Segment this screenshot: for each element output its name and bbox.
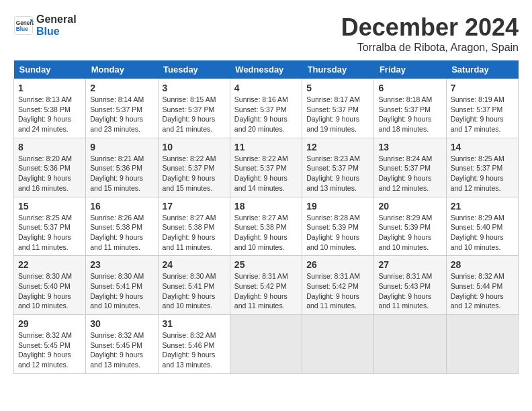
day-info: Sunrise: 8:31 AMSunset: 5:42 PMDaylight:… bbox=[234, 271, 298, 311]
day-number: 9 bbox=[90, 142, 153, 152]
table-cell: 14Sunrise: 8:25 AMSunset: 5:37 PMDayligh… bbox=[446, 138, 518, 197]
table-cell bbox=[302, 315, 374, 374]
day-info: Sunrise: 8:29 AMSunset: 5:39 PMDaylight:… bbox=[378, 213, 441, 253]
day-info: Sunrise: 8:32 AMSunset: 5:45 PMDaylight:… bbox=[18, 330, 81, 370]
table-cell: 7Sunrise: 8:19 AMSunset: 5:37 PMDaylight… bbox=[446, 79, 518, 138]
table-cell: 6Sunrise: 8:18 AMSunset: 5:37 PMDaylight… bbox=[374, 79, 446, 138]
table-cell: 9Sunrise: 8:21 AMSunset: 5:36 PMDaylight… bbox=[86, 138, 158, 197]
table-cell: 1Sunrise: 8:13 AMSunset: 5:38 PMDaylight… bbox=[14, 79, 86, 138]
month-title: December 2024 bbox=[341, 13, 519, 42]
svg-text:Blue: Blue bbox=[16, 26, 28, 32]
day-number: 23 bbox=[90, 259, 153, 270]
day-info: Sunrise: 8:31 AMSunset: 5:42 PMDaylight:… bbox=[306, 271, 369, 311]
logo-icon: General Blue bbox=[13, 15, 34, 36]
col-friday: Friday bbox=[374, 60, 446, 79]
title-area: December 2024 Torralba de Ribota, Aragon… bbox=[341, 13, 519, 54]
day-number: 4 bbox=[234, 83, 298, 93]
table-cell bbox=[230, 315, 302, 374]
table-cell: 31Sunrise: 8:32 AMSunset: 5:46 PMDayligh… bbox=[158, 315, 230, 374]
day-number: 31 bbox=[163, 318, 226, 329]
day-number: 24 bbox=[163, 259, 226, 270]
day-info: Sunrise: 8:17 AMSunset: 5:37 PMDaylight:… bbox=[306, 95, 369, 134]
day-info: Sunrise: 8:15 AMSunset: 5:37 PMDaylight:… bbox=[163, 95, 226, 134]
day-info: Sunrise: 8:30 AMSunset: 5:40 PMDaylight:… bbox=[18, 271, 81, 311]
day-info: Sunrise: 8:20 AMSunset: 5:36 PMDaylight:… bbox=[18, 154, 81, 193]
col-tuesday: Tuesday bbox=[158, 60, 230, 79]
location-title: Torralba de Ribota, Aragon, Spain bbox=[341, 42, 519, 54]
table-cell: 3Sunrise: 8:15 AMSunset: 5:37 PMDaylight… bbox=[158, 79, 230, 138]
table-cell: 11Sunrise: 8:22 AMSunset: 5:37 PMDayligh… bbox=[230, 138, 302, 197]
col-wednesday: Wednesday bbox=[230, 60, 302, 79]
table-cell: 17Sunrise: 8:27 AMSunset: 5:38 PMDayligh… bbox=[158, 197, 230, 256]
day-info: Sunrise: 8:22 AMSunset: 5:37 PMDaylight:… bbox=[163, 154, 226, 193]
table-cell: 20Sunrise: 8:29 AMSunset: 5:39 PMDayligh… bbox=[374, 197, 446, 256]
header-row: Sunday Monday Tuesday Wednesday Thursday… bbox=[14, 60, 519, 79]
day-number: 26 bbox=[306, 259, 369, 270]
table-cell: 12Sunrise: 8:23 AMSunset: 5:37 PMDayligh… bbox=[302, 138, 374, 197]
table-cell: 2Sunrise: 8:14 AMSunset: 5:37 PMDaylight… bbox=[86, 79, 158, 138]
day-number: 25 bbox=[234, 259, 298, 270]
day-info: Sunrise: 8:29 AMSunset: 5:40 PMDaylight:… bbox=[451, 213, 514, 253]
table-cell: 18Sunrise: 8:27 AMSunset: 5:38 PMDayligh… bbox=[230, 197, 302, 256]
day-info: Sunrise: 8:14 AMSunset: 5:37 PMDaylight:… bbox=[90, 95, 153, 134]
day-number: 2 bbox=[90, 83, 153, 93]
day-info: Sunrise: 8:27 AMSunset: 5:38 PMDaylight:… bbox=[163, 213, 226, 253]
day-number: 16 bbox=[90, 201, 153, 212]
day-info: Sunrise: 8:23 AMSunset: 5:37 PMDaylight:… bbox=[306, 154, 369, 193]
calendar-table: Sunday Monday Tuesday Wednesday Thursday… bbox=[13, 60, 519, 374]
table-cell bbox=[374, 315, 446, 374]
day-number: 1 bbox=[18, 83, 81, 93]
day-info: Sunrise: 8:22 AMSunset: 5:37 PMDaylight:… bbox=[234, 154, 298, 193]
day-number: 30 bbox=[90, 318, 153, 329]
day-number: 19 bbox=[306, 201, 369, 212]
table-cell: 13Sunrise: 8:24 AMSunset: 5:37 PMDayligh… bbox=[374, 138, 446, 197]
day-info: Sunrise: 8:31 AMSunset: 5:43 PMDaylight:… bbox=[378, 271, 441, 311]
day-number: 13 bbox=[378, 142, 441, 152]
logo: General Blue GeneralBlue bbox=[13, 13, 77, 38]
table-cell: 15Sunrise: 8:25 AMSunset: 5:37 PMDayligh… bbox=[14, 197, 86, 256]
day-number: 21 bbox=[451, 201, 514, 212]
day-info: Sunrise: 8:30 AMSunset: 5:41 PMDaylight:… bbox=[90, 271, 153, 311]
table-cell: 16Sunrise: 8:26 AMSunset: 5:38 PMDayligh… bbox=[86, 197, 158, 256]
day-info: Sunrise: 8:24 AMSunset: 5:37 PMDaylight:… bbox=[378, 154, 441, 193]
day-number: 11 bbox=[234, 142, 298, 152]
col-sunday: Sunday bbox=[14, 60, 86, 79]
table-cell: 5Sunrise: 8:17 AMSunset: 5:37 PMDaylight… bbox=[302, 79, 374, 138]
day-info: Sunrise: 8:30 AMSunset: 5:41 PMDaylight:… bbox=[163, 271, 226, 311]
table-cell bbox=[446, 315, 518, 374]
day-number: 22 bbox=[18, 259, 81, 270]
day-number: 7 bbox=[451, 83, 514, 93]
day-number: 12 bbox=[306, 142, 369, 152]
table-cell: 26Sunrise: 8:31 AMSunset: 5:42 PMDayligh… bbox=[302, 256, 374, 315]
table-cell: 27Sunrise: 8:31 AMSunset: 5:43 PMDayligh… bbox=[374, 256, 446, 315]
table-cell: 25Sunrise: 8:31 AMSunset: 5:42 PMDayligh… bbox=[230, 256, 302, 315]
table-cell: 30Sunrise: 8:32 AMSunset: 5:45 PMDayligh… bbox=[86, 315, 158, 374]
day-info: Sunrise: 8:18 AMSunset: 5:37 PMDaylight:… bbox=[378, 95, 441, 134]
table-cell: 29Sunrise: 8:32 AMSunset: 5:45 PMDayligh… bbox=[14, 315, 86, 374]
table-cell: 28Sunrise: 8:32 AMSunset: 5:44 PMDayligh… bbox=[446, 256, 518, 315]
col-thursday: Thursday bbox=[302, 60, 374, 79]
day-info: Sunrise: 8:16 AMSunset: 5:37 PMDaylight:… bbox=[234, 95, 298, 134]
table-cell: 23Sunrise: 8:30 AMSunset: 5:41 PMDayligh… bbox=[86, 256, 158, 315]
day-number: 18 bbox=[234, 201, 298, 212]
day-number: 15 bbox=[18, 201, 81, 212]
day-number: 10 bbox=[163, 142, 226, 152]
table-cell: 10Sunrise: 8:22 AMSunset: 5:37 PMDayligh… bbox=[158, 138, 230, 197]
day-number: 28 bbox=[451, 259, 514, 270]
day-number: 29 bbox=[18, 318, 81, 329]
day-info: Sunrise: 8:32 AMSunset: 5:44 PMDaylight:… bbox=[451, 271, 514, 311]
day-info: Sunrise: 8:25 AMSunset: 5:37 PMDaylight:… bbox=[18, 213, 81, 253]
day-number: 3 bbox=[163, 83, 226, 93]
day-number: 5 bbox=[306, 83, 369, 93]
logo-text: GeneralBlue bbox=[36, 13, 77, 38]
day-number: 20 bbox=[378, 201, 441, 212]
table-cell: 22Sunrise: 8:30 AMSunset: 5:40 PMDayligh… bbox=[14, 256, 86, 315]
day-number: 6 bbox=[378, 83, 441, 93]
table-cell: 24Sunrise: 8:30 AMSunset: 5:41 PMDayligh… bbox=[158, 256, 230, 315]
table-cell: 8Sunrise: 8:20 AMSunset: 5:36 PMDaylight… bbox=[14, 138, 86, 197]
day-info: Sunrise: 8:32 AMSunset: 5:45 PMDaylight:… bbox=[90, 330, 153, 370]
table-cell: 19Sunrise: 8:28 AMSunset: 5:39 PMDayligh… bbox=[302, 197, 374, 256]
col-monday: Monday bbox=[86, 60, 158, 79]
day-info: Sunrise: 8:21 AMSunset: 5:36 PMDaylight:… bbox=[90, 154, 153, 193]
table-cell: 4Sunrise: 8:16 AMSunset: 5:37 PMDaylight… bbox=[230, 79, 302, 138]
